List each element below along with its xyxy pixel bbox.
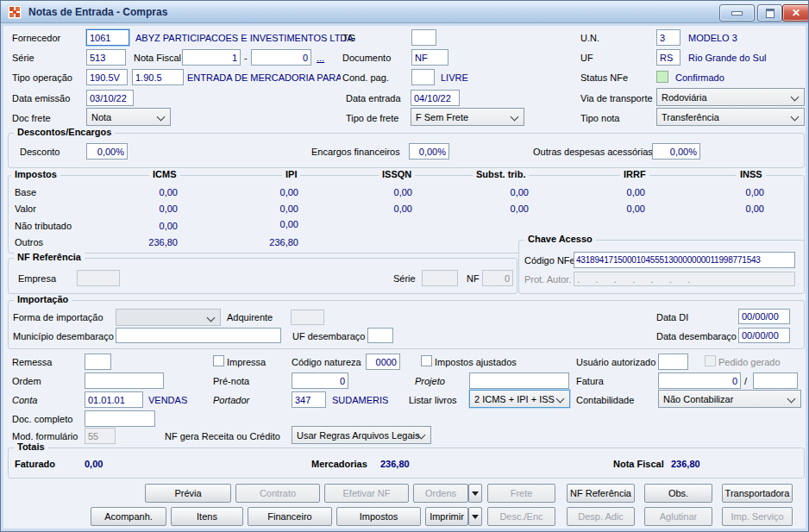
outras-despesas-input[interactable] — [652, 143, 700, 160]
usuario-autorizado-label: Usuário autorizado — [576, 357, 655, 367]
encargos-input[interactable] — [409, 143, 449, 160]
impostos-button[interactable]: Impostos — [336, 507, 421, 526]
tipo-nota-select[interactable]: Transferência — [656, 108, 805, 126]
restore-button[interactable] — [757, 4, 782, 22]
tg-label: TG — [342, 33, 355, 43]
impostos-value: 0,00 — [238, 187, 298, 197]
via-transporte-label: Via de transporte — [580, 93, 653, 103]
tipo-frete-select[interactable]: F Sem Frete — [411, 108, 524, 126]
impostos-title: Impostos — [11, 169, 60, 179]
municipio-desembaraco-input[interactable] — [116, 328, 281, 343]
uf-input[interactable] — [656, 49, 680, 66]
acompanh-button[interactable]: Acompanh. — [91, 507, 166, 526]
nfref-serie-label: Série — [393, 273, 416, 284]
via-transporte-select[interactable]: Rodoviária — [656, 88, 805, 106]
ordem-input[interactable] — [85, 372, 164, 389]
frete-button: Frete — [487, 484, 555, 503]
data-desembaraco-input[interactable] — [738, 328, 790, 343]
conta-input[interactable] — [85, 391, 143, 408]
pedido-gerado-label: Pedido gerado — [718, 357, 781, 367]
totais-title: Totais — [14, 441, 48, 452]
tg-input[interactable] — [411, 29, 436, 46]
desconto-label: Desconto — [20, 147, 60, 157]
serie-input[interactable] — [86, 49, 126, 66]
data-entrada-input[interactable] — [411, 90, 460, 106]
ordens-dropdown-button[interactable] — [468, 484, 482, 503]
faturado-label: Faturado — [15, 459, 55, 469]
desp-adic-button-label: Desp. Adic — [578, 511, 624, 522]
obs-button[interactable]: Obs. — [644, 484, 712, 503]
dropdown-arrow-icon — [472, 491, 479, 496]
data-di-input[interactable] — [738, 309, 790, 324]
doc-completo-input[interactable] — [85, 410, 155, 427]
impostos-col-irrf: IRRF — [620, 169, 649, 179]
fatura-separator: / — [744, 376, 747, 386]
listar-livros-select[interactable]: 2 ICMS + IPI + ISS — [469, 390, 570, 408]
financeiro-button-label: Financeiro — [267, 511, 311, 522]
tipo-nota-value: Transferência — [662, 112, 719, 122]
cond-pag-input[interactable] — [411, 69, 435, 85]
codigo-natureza-label: Código natureza — [292, 357, 361, 367]
nota-fiscal-input-2[interactable] — [251, 49, 311, 66]
imprimir-dropdown-button[interactable] — [468, 507, 482, 526]
impostos-value: 0,00 — [352, 187, 412, 197]
impostos-ajustados-checkbox[interactable] — [421, 355, 432, 366]
minimize-button[interactable] — [719, 4, 755, 22]
restore-icon — [766, 9, 775, 18]
mod-formulario-input — [85, 428, 116, 444]
obs-button-label: Obs. — [668, 488, 688, 498]
projeto-input[interactable] — [469, 372, 569, 389]
nota-fiscal-input[interactable] — [182, 49, 241, 66]
itens-button[interactable]: Itens — [171, 507, 243, 526]
ordem-label: Ordem — [12, 376, 41, 386]
desconto-input[interactable] — [86, 143, 128, 160]
fatura-input-2[interactable] — [753, 372, 798, 389]
nota-fiscal-label: Nota Fiscal — [134, 53, 181, 63]
faturado-value: 0,00 — [85, 459, 103, 469]
imp-servico-button: Imp. Serviço — [722, 507, 793, 526]
codigo-natureza-input[interactable] — [366, 354, 400, 370]
app-logo-icon — [8, 5, 22, 19]
tipo-operacao-input-2[interactable] — [132, 69, 184, 85]
transportadora-button[interactable]: Transportadora — [722, 484, 793, 503]
uf-desembaraco-input[interactable] — [367, 328, 393, 343]
contabilidade-select[interactable]: Não Contabilizar — [658, 390, 801, 408]
chevron-down-icon — [157, 113, 166, 122]
remessa-input[interactable] — [85, 354, 111, 370]
forma-importacao-label: Forma de importação — [13, 312, 103, 322]
chevron-down-icon — [511, 113, 519, 122]
documento-input[interactable] — [411, 49, 448, 66]
un-input[interactable] — [656, 29, 680, 46]
data-entrada-label: Data entrada — [346, 93, 401, 103]
previa-button[interactable]: Prévia — [145, 484, 231, 503]
desp-adic-button: Desp. Adic — [567, 507, 635, 526]
descontos-encargos-title: Descontos/Encargos — [14, 127, 115, 137]
imprimir-button[interactable]: Imprimir — [425, 507, 468, 526]
tipo-operacao-desc: ENTRADA DE MERCADORIA PARA DE — [187, 72, 341, 83]
nfref-nf-label: NF — [467, 273, 480, 284]
impostos-col-inss: INSS — [737, 169, 766, 179]
aglutinar-button-label: Aglutinar — [660, 511, 697, 522]
fatura-input[interactable] — [658, 372, 741, 389]
status-nfe-label: Status NFe — [580, 72, 628, 83]
financeiro-button[interactable]: Financeiro — [248, 507, 332, 526]
portador-input[interactable] — [292, 391, 326, 408]
pedido-gerado-checkbox — [705, 355, 716, 366]
data-emissao-input[interactable] — [86, 90, 134, 106]
nota-fiscal-more-link[interactable]: ... — [317, 53, 324, 63]
nf-gera-select[interactable]: Usar Regras Arquivos Legais — [292, 426, 431, 444]
codigo-nfe-input[interactable] — [574, 252, 795, 268]
usuario-autorizado-input[interactable] — [658, 354, 688, 370]
impressa-checkbox[interactable] — [213, 355, 224, 366]
pre-nota-input[interactable] — [292, 372, 348, 389]
impostos-col-issqn: ISSQN — [379, 169, 415, 179]
impostos-value: 236,80 — [117, 237, 178, 247]
close-button[interactable]: ✕ — [782, 4, 809, 22]
tipo-operacao-input[interactable] — [86, 69, 128, 85]
doc-frete-select[interactable]: Nota — [86, 108, 171, 126]
imprimir-button-label: Imprimir — [430, 511, 464, 522]
acompanh-button-label: Acompanh. — [104, 511, 153, 522]
nf-referencia-button[interactable]: NF Referência — [567, 484, 635, 503]
fornecedor-input[interactable] — [86, 29, 129, 46]
doc-frete-value: Nota — [91, 112, 111, 122]
